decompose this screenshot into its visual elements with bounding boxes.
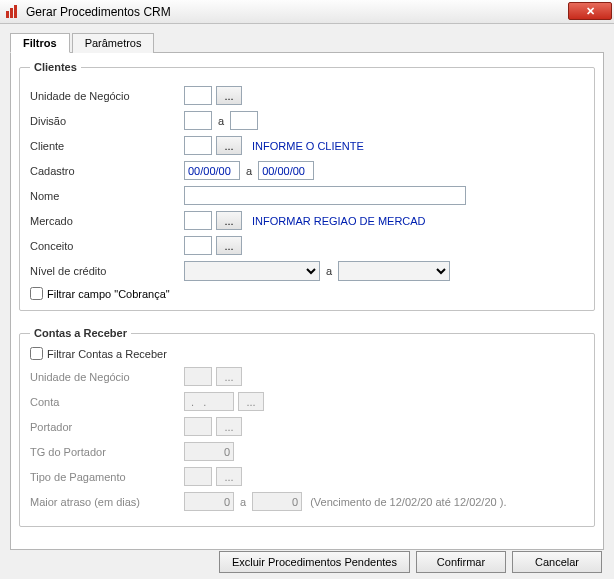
group-clientes-legend: Clientes — [30, 61, 81, 73]
button-cancelar[interactable]: Cancelar — [512, 551, 602, 573]
input-cr-unidade — [184, 367, 212, 386]
label-cr-portador: Portador — [30, 421, 184, 433]
titlebar: Gerar Procedimentos CRM ✕ — [0, 0, 614, 24]
label-cr-conta: Conta — [30, 396, 184, 408]
browse-unidade-negocio[interactable]: ... — [216, 86, 242, 105]
label-cr-unidade: Unidade de Negócio — [30, 371, 184, 383]
svg-rect-0 — [6, 11, 9, 18]
input-mercado[interactable] — [184, 211, 212, 230]
browse-cr-conta: ... — [238, 392, 264, 411]
label-nivel-sep: a — [326, 265, 332, 277]
select-nivel-de[interactable] — [184, 261, 320, 281]
input-divisao-de[interactable] — [184, 111, 212, 130]
label-nome: Nome — [30, 190, 184, 202]
select-nivel-ate[interactable] — [338, 261, 450, 281]
svg-rect-1 — [10, 8, 13, 18]
input-cr-conta — [184, 392, 234, 411]
window-title: Gerar Procedimentos CRM — [26, 5, 171, 19]
info-cliente: INFORME O CLIENTE — [252, 140, 364, 152]
input-cadastro-de[interactable] — [184, 161, 240, 180]
label-mercado: Mercado — [30, 215, 184, 227]
browse-mercado[interactable]: ... — [216, 211, 242, 230]
tab-filtros[interactable]: Filtros — [10, 33, 70, 53]
browse-cliente[interactable]: ... — [216, 136, 242, 155]
input-unidade-negocio[interactable] — [184, 86, 212, 105]
label-filtrar-contas: Filtrar Contas a Receber — [47, 348, 167, 360]
info-mercado: INFORMAR REGIAO DE MERCAD — [252, 215, 426, 227]
input-cr-tipo — [184, 467, 212, 486]
label-atraso-sep: a — [240, 496, 246, 508]
group-contas-receber: Contas a Receber Filtrar Contas a Recebe… — [19, 327, 595, 527]
checkbox-filtrar-contas[interactable] — [30, 347, 43, 360]
close-button[interactable]: ✕ — [568, 2, 612, 20]
input-cr-atraso-de — [184, 492, 234, 511]
label-nivel-credito: Nível de crédito — [30, 265, 184, 277]
svg-rect-2 — [14, 5, 17, 18]
input-divisao-ate[interactable] — [230, 111, 258, 130]
label-cadastro-sep: a — [246, 165, 252, 177]
label-unidade-negocio: Unidade de Negócio — [30, 90, 184, 102]
tab-strip: Filtros Parâmetros — [0, 24, 614, 52]
label-cadastro: Cadastro — [30, 165, 184, 177]
button-excluir-pendentes[interactable]: Excluir Procedimentos Pendentes — [219, 551, 410, 573]
label-cr-tg: TG do Portador — [30, 446, 184, 458]
browse-cr-unidade: ... — [216, 367, 242, 386]
label-divisao-sep: a — [218, 115, 224, 127]
browse-cr-portador: ... — [216, 417, 242, 436]
browse-conceito[interactable]: ... — [216, 236, 242, 255]
footer-buttons: Excluir Procedimentos Pendentes Confirma… — [0, 551, 614, 573]
input-conceito[interactable] — [184, 236, 212, 255]
input-cr-portador — [184, 417, 212, 436]
close-icon: ✕ — [586, 5, 595, 18]
tab-page-filtros: Clientes Unidade de Negócio ... Divisão … — [10, 52, 604, 550]
input-cr-atraso-ate — [252, 492, 302, 511]
label-cr-tipo: Tipo de Pagamento — [30, 471, 184, 483]
browse-cr-tipo: ... — [216, 467, 242, 486]
input-cadastro-ate[interactable] — [258, 161, 314, 180]
text-vencimento: (Vencimento de 12/02/20 até 12/02/20 ). — [310, 496, 506, 508]
label-conceito: Conceito — [30, 240, 184, 252]
group-contas-legend: Contas a Receber — [30, 327, 131, 339]
group-clientes: Clientes Unidade de Negócio ... Divisão … — [19, 61, 595, 311]
label-cr-atraso: Maior atraso (em dias) — [30, 496, 184, 508]
button-confirmar[interactable]: Confirmar — [416, 551, 506, 573]
tab-parametros[interactable]: Parâmetros — [72, 33, 155, 53]
input-nome[interactable] — [184, 186, 466, 205]
app-icon — [4, 4, 20, 20]
label-divisao: Divisão — [30, 115, 184, 127]
input-cr-tg — [184, 442, 234, 461]
label-filtrar-cobranca: Filtrar campo "Cobrança" — [47, 288, 170, 300]
checkbox-filtrar-cobranca[interactable] — [30, 287, 43, 300]
label-cliente: Cliente — [30, 140, 184, 152]
input-cliente[interactable] — [184, 136, 212, 155]
